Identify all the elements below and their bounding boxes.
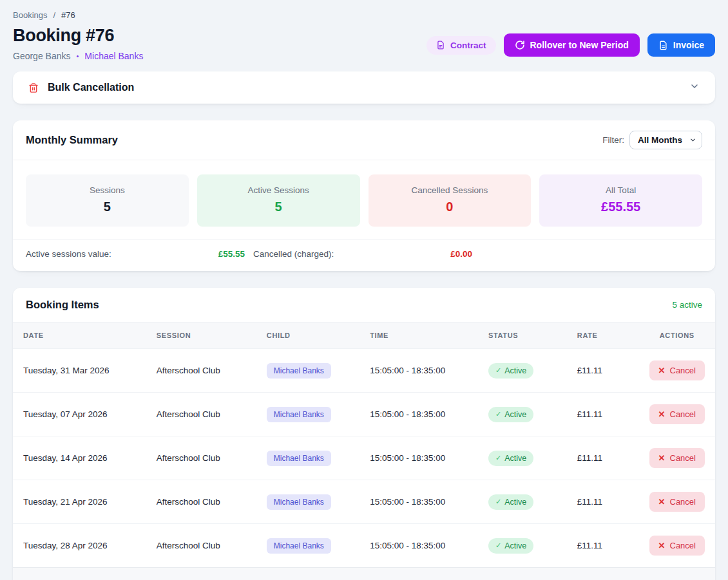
cancel-button[interactable]: ✕Cancel xyxy=(649,492,705,512)
cancel-button[interactable]: ✕Cancel xyxy=(649,360,705,380)
rollover-button[interactable]: Rollover to New Period xyxy=(504,33,640,57)
cell-status: ✓Active xyxy=(478,393,567,436)
stat-label: Active Sessions xyxy=(204,185,354,195)
active-sessions-value-amount: £55.55 xyxy=(218,249,245,259)
status-badge: ✓Active xyxy=(488,451,533,466)
bulk-cancellation-toggle[interactable]: Bulk Cancellation xyxy=(13,71,715,104)
cancel-button[interactable]: ✕Cancel xyxy=(649,404,705,424)
cancelled-charged-amount: £0.00 xyxy=(450,249,472,259)
breadcrumb: Bookings / #76 xyxy=(13,10,143,20)
cell-rate: £11.11 xyxy=(567,524,639,568)
table-row: Tuesday, 28 Apr 2026 Afterschool Club Mi… xyxy=(13,524,715,568)
active-total-label: Active Total: xyxy=(13,568,567,580)
breadcrumb-bookings-link[interactable]: Bookings xyxy=(13,10,47,20)
table-row: Tuesday, 07 Apr 2026 Afterschool Club Mi… xyxy=(13,393,715,436)
cell-actions: ✕Cancel xyxy=(639,393,715,436)
breadcrumb-separator: / xyxy=(53,10,55,20)
cell-session: Afterschool Club xyxy=(146,349,256,393)
breadcrumb-current: #76 xyxy=(61,10,75,20)
x-icon: ✕ xyxy=(658,409,666,419)
cell-actions: ✕Cancel xyxy=(639,349,715,393)
cell-date: Tuesday, 21 Apr 2026 xyxy=(13,480,146,524)
cell-date: Tuesday, 28 Apr 2026 xyxy=(13,524,146,568)
cell-status: ✓Active xyxy=(478,524,567,568)
monthly-summary-card: Monthly Summary Filter: All Months Sessi… xyxy=(13,120,715,271)
x-icon: ✕ xyxy=(658,453,666,463)
page-header-left: Bookings / #76 Booking #76 George Banks … xyxy=(13,10,143,61)
rollover-button-label: Rollover to New Period xyxy=(530,40,629,50)
filter-label: Filter: xyxy=(602,135,624,145)
chevron-down-icon[interactable] xyxy=(689,81,700,94)
cell-time: 15:05:00 - 18:35:00 xyxy=(359,480,478,524)
check-icon: ✓ xyxy=(495,454,501,462)
child-chip[interactable]: Michael Banks xyxy=(267,451,331,466)
cell-rate: £11.11 xyxy=(567,436,639,480)
contract-button[interactable]: Contract xyxy=(426,36,496,55)
active-sessions-value-row: Active sessions value: £55.55 xyxy=(26,249,245,259)
stat-label: Cancelled Sessions xyxy=(375,185,525,195)
cancelled-charged-row: Cancelled (charged): £0.00 xyxy=(253,249,472,259)
cell-date: Tuesday, 31 Mar 2026 xyxy=(13,349,146,393)
child-chip[interactable]: Michael Banks xyxy=(267,494,331,510)
col-actions: Actions xyxy=(639,323,715,349)
cell-session: Afterschool Club xyxy=(146,436,256,480)
check-icon: ✓ xyxy=(495,498,501,506)
cell-session: Afterschool Club xyxy=(146,524,256,568)
cancel-button[interactable]: ✕Cancel xyxy=(649,448,705,468)
bulk-cancellation-title: Bulk Cancellation xyxy=(48,82,689,93)
cell-rate: £11.11 xyxy=(567,393,639,436)
booking-items-card: Booking Items 5 active Date Session Chil… xyxy=(13,288,715,580)
stat-label: All Total xyxy=(546,185,696,195)
invoice-button[interactable]: Invoice xyxy=(647,33,715,57)
trash-icon xyxy=(28,82,39,93)
cell-child: Michael Banks xyxy=(256,393,359,436)
monthly-summary-footer: Active sessions value: £55.55 Cancelled … xyxy=(13,239,715,271)
active-sessions-value-label: Active sessions value: xyxy=(26,249,111,259)
table-body: Tuesday, 31 Mar 2026 Afterschool Club Mi… xyxy=(13,349,715,568)
stat-value: £55.55 xyxy=(546,200,696,214)
invoice-button-label: Invoice xyxy=(673,40,704,50)
cell-time: 15:05:00 - 18:35:00 xyxy=(359,524,478,568)
cell-child: Michael Banks xyxy=(256,524,359,568)
check-icon: ✓ xyxy=(495,541,501,550)
table-footer: Active Total: £55.55 xyxy=(13,568,715,580)
child-chip[interactable]: Michael Banks xyxy=(267,538,331,554)
stat-value: 5 xyxy=(32,200,182,214)
guardian-name: George Banks xyxy=(13,51,71,61)
active-total-value: £55.55 xyxy=(567,568,639,580)
booking-parties: George Banks • Michael Banks xyxy=(13,51,143,61)
status-badge: ✓Active xyxy=(488,538,533,554)
dot-separator: • xyxy=(77,52,79,60)
status-badge: ✓Active xyxy=(488,363,533,379)
stat-value: 5 xyxy=(204,200,354,214)
table-row: Tuesday, 21 Apr 2026 Afterschool Club Mi… xyxy=(13,480,715,524)
cell-status: ✓Active xyxy=(478,349,567,393)
bulk-cancellation-card: Bulk Cancellation xyxy=(13,71,715,104)
active-count-badge: 5 active xyxy=(672,300,702,310)
x-icon: ✕ xyxy=(658,541,666,550)
cell-status: ✓Active xyxy=(478,436,567,480)
table-row: Tuesday, 31 Mar 2026 Afterschool Club Mi… xyxy=(13,349,715,393)
cell-actions: ✕Cancel xyxy=(639,480,715,524)
child-link[interactable]: Michael Banks xyxy=(84,51,143,61)
col-child: Child xyxy=(256,323,359,349)
status-badge: ✓Active xyxy=(488,407,533,422)
col-time: Time xyxy=(359,323,478,349)
month-filter-select[interactable]: All Months xyxy=(629,131,702,149)
cell-date: Tuesday, 14 Apr 2026 xyxy=(13,436,146,480)
table-header: Date Session Child Time Status Rate Acti… xyxy=(13,323,715,349)
stat-active-sessions: Active Sessions 5 xyxy=(197,174,360,227)
cancel-button[interactable]: ✕Cancel xyxy=(649,536,705,556)
col-rate: Rate xyxy=(567,323,639,349)
cancelled-charged-label: Cancelled (charged): xyxy=(253,249,334,259)
child-chip[interactable]: Michael Banks xyxy=(267,407,331,422)
header-actions: Contract Rollover to New Period Invoice xyxy=(426,33,715,57)
month-filter: Filter: All Months xyxy=(602,131,702,149)
cell-session: Afterschool Club xyxy=(146,480,256,524)
child-chip[interactable]: Michael Banks xyxy=(267,363,331,379)
status-badge: ✓Active xyxy=(488,494,533,510)
cell-time: 15:05:00 - 18:35:00 xyxy=(359,393,478,436)
col-status: Status xyxy=(478,323,567,349)
monthly-summary-title: Monthly Summary xyxy=(26,134,118,146)
stat-label: Sessions xyxy=(32,185,182,195)
